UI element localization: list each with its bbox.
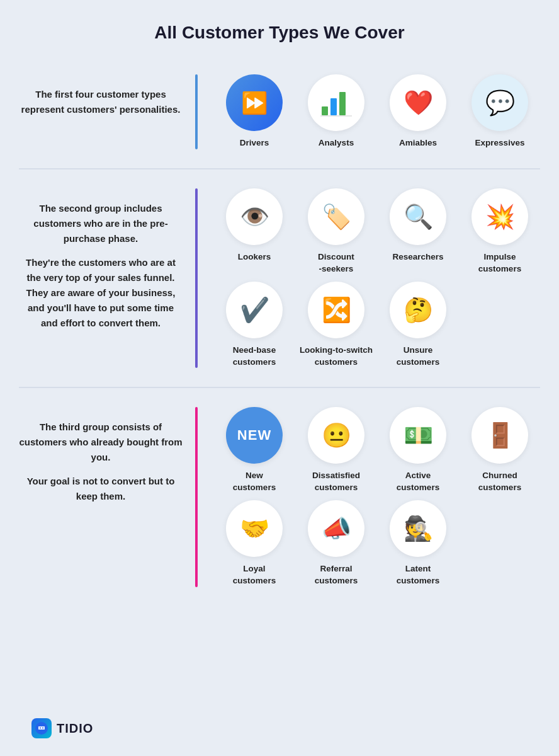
svg-point-6 [42, 728, 43, 729]
section-2-divider [195, 188, 198, 369]
icon-label: Dissatisfied customers [312, 470, 360, 494]
section-3-divider [195, 407, 198, 587]
icon-item-researchers: 🔍Researchers [380, 188, 456, 275]
icon-item-analysts: Analysts [298, 74, 374, 149]
svg-point-5 [40, 728, 41, 729]
icon-item-loyal-customers: 🤝Loyal customers [217, 500, 292, 587]
icon-item-need-base-customers: ✔️Need-base customers [217, 282, 292, 369]
icon-item-latent-customers: 🕵️Latent customers [380, 500, 456, 587]
section-3: The third group consists of customers wh… [0, 388, 559, 600]
icon-item-looking-to-switch-customers: 🔀Looking-to-switch customers [298, 282, 374, 369]
icon-item-new-customers: NEWNew customers [217, 407, 292, 494]
icon-label: Analysts [319, 137, 354, 149]
logo-icon [31, 718, 52, 738]
icon-item-active-customers: 💵Active customers [380, 407, 456, 494]
icon-label: Need-base customers [233, 345, 276, 369]
section-2-icons: 👁️Lookers🏷️Discount -seekers🔍Researchers… [217, 188, 540, 369]
section-2-description: The second group includes customers who … [19, 188, 195, 340]
logo-text: TIDIO [57, 721, 93, 736]
page-title: All Customer Types We Cover [0, 0, 559, 55]
icon-item-dissatisfied-customers: 😐Dissatisfied customers [298, 407, 374, 494]
section-3-row-1: NEWNew customers😐Dissatisfied customers💵… [217, 407, 540, 494]
section-2-row-1: 👁️Lookers🏷️Discount -seekers🔍Researchers… [217, 188, 540, 275]
icon-item-impulse-customers: 💥Impulse customers [462, 188, 538, 275]
section-1-icons: ⏩Drivers Analysts❤️Amiables💬Expressives [217, 74, 540, 149]
svg-rect-0 [322, 106, 328, 115]
icon-item-churned-customers: 🚪Churned customers [462, 407, 538, 494]
icon-item-discount--seekers: 🏷️Discount -seekers [298, 188, 374, 275]
icon-item-amiables: ❤️Amiables [380, 74, 456, 149]
section-1: The first four customer types represent … [0, 55, 559, 162]
icon-label: Expressives [475, 137, 525, 149]
icon-label: Loyal customers [233, 563, 276, 587]
icon-item-expressives: 💬Expressives [462, 74, 538, 149]
icon-label: Impulse customers [478, 251, 521, 275]
icon-item-drivers: ⏩Drivers [217, 74, 292, 149]
section-3-description: The third group consists of customers wh… [19, 407, 195, 513]
icon-item-unsure-customers: 🤔Unsure customers [380, 282, 456, 369]
icon-label: Drivers [240, 137, 269, 149]
icon-label: Discount -seekers [318, 251, 354, 275]
section-3-icons: NEWNew customers😐Dissatisfied customers💵… [217, 407, 540, 587]
svg-rect-1 [330, 98, 337, 115]
section-1-divider [195, 74, 198, 149]
icon-label: Churned customers [478, 470, 521, 494]
section-1-description: The first four customer types represent … [19, 74, 195, 126]
logo: TIDIO [13, 707, 112, 750]
icon-label: Unsure customers [397, 345, 439, 369]
icon-label: Researchers [392, 251, 443, 263]
icon-label: Amiables [399, 137, 437, 149]
section-2-row-2: ✔️Need-base customers🔀Looking-to-switch … [217, 282, 540, 369]
icon-label: New customers [233, 470, 276, 494]
icon-label: Referral customers [315, 563, 358, 587]
icon-label: Active customers [397, 470, 439, 494]
svg-rect-2 [339, 92, 346, 115]
icon-label: Latent customers [397, 563, 439, 587]
section-1-row-1: ⏩Drivers Analysts❤️Amiables💬Expressives [217, 74, 540, 149]
icon-label: Lookers [238, 251, 271, 263]
icon-item-lookers: 👁️Lookers [217, 188, 292, 275]
icon-label: Looking-to-switch customers [300, 345, 373, 369]
icon-item-referral-customers: 📣Referral customers [298, 500, 374, 587]
section-2: The second group includes customers who … [0, 169, 559, 381]
section-3-row-2: 🤝Loyal customers📣Referral customers🕵️Lat… [217, 500, 540, 587]
